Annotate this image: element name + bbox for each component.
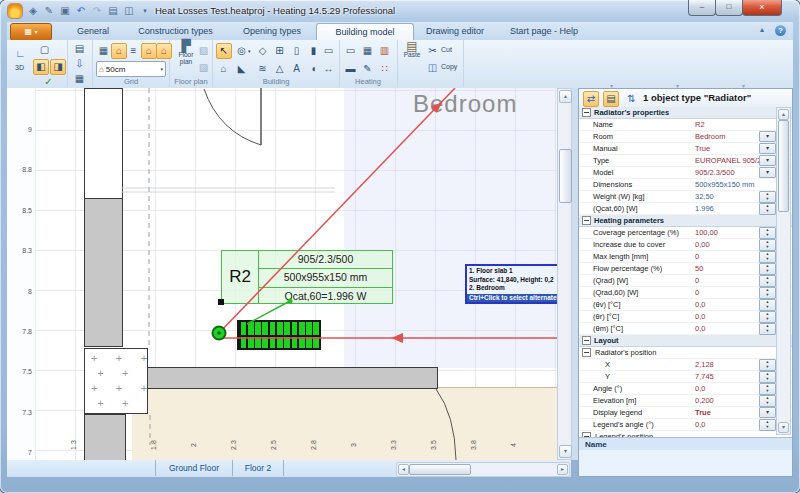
- minimize-button[interactable]: –: [688, 0, 716, 16]
- select-cursor-icon[interactable]: ↖: [216, 43, 232, 59]
- property-value[interactable]: 1.996: [695, 204, 759, 213]
- spinner-control[interactable]: ▴▾: [759, 395, 776, 407]
- property-row[interactable]: Max length [mm]0▴▾: [579, 251, 792, 263]
- scroll-down-icon[interactable]: ▾: [559, 445, 572, 458]
- splitter-chevron-icon[interactable]: ▾: [610, 82, 613, 89]
- view-settings-icon[interactable]: ◈: [26, 4, 40, 18]
- tab-start-page-help[interactable]: Start page - Help: [498, 23, 590, 40]
- spinner-control[interactable]: ▴▾: [759, 419, 776, 431]
- collapse-icon[interactable]: [582, 216, 591, 225]
- spinner-control[interactable]: ▴▾: [759, 323, 776, 335]
- scroll-left-icon[interactable]: ◂: [398, 464, 409, 475]
- floor-copy-icon[interactable]: ▧: [196, 43, 211, 58]
- radiator-object[interactable]: [237, 320, 321, 350]
- quick-access-dropdown-icon[interactable]: ▾: [138, 4, 152, 18]
- toggle-connections-icon[interactable]: ⇄: [583, 91, 599, 107]
- property-value[interactable]: True: [695, 408, 759, 417]
- spinner-control[interactable]: ▴▾: [759, 359, 776, 371]
- tab-building-model[interactable]: Building model: [316, 23, 414, 41]
- cut-button[interactable]: Cut: [441, 46, 452, 53]
- property-value[interactable]: 0,00: [695, 240, 759, 249]
- property-row[interactable]: Increase due to cover0,00▴▾: [579, 239, 792, 251]
- section-header[interactable]: Layout: [579, 335, 792, 347]
- property-value[interactable]: 50: [695, 264, 759, 273]
- property-value[interactable]: 0: [695, 252, 759, 261]
- property-row[interactable]: Coverage percentage (%)100,00▴▾: [579, 227, 792, 239]
- tab-opening-types[interactable]: Opening types: [228, 23, 316, 40]
- dropdown-button[interactable]: ▾: [759, 131, 776, 142]
- property-value[interactable]: EUROPANEL 905/2.3: [695, 156, 759, 165]
- property-row[interactable]: Display legendTrue▾: [579, 407, 792, 419]
- property-row[interactable]: X2,128▴▾: [579, 359, 792, 371]
- spinner-control[interactable]: ▴▾: [759, 239, 776, 251]
- property-value[interactable]: 0,0: [695, 420, 759, 429]
- zoom-tool-icon[interactable]: ◎: [234, 43, 249, 58]
- floor-manage-icon[interactable]: ▨: [196, 60, 211, 75]
- property-value[interactable]: 0,0: [695, 312, 759, 321]
- check-view-icon[interactable]: ✓: [41, 74, 56, 89]
- scroll-up-icon[interactable]: ▴: [559, 90, 572, 103]
- column-tool-icon[interactable]: ▮: [306, 43, 321, 58]
- room-tool-icon[interactable]: ◇: [255, 43, 270, 58]
- property-value[interactable]: True: [695, 144, 759, 153]
- wall-segment[interactable]: [132, 367, 438, 389]
- paste-button[interactable]: ▤ Paste: [399, 42, 425, 79]
- property-value[interactable]: 0,0: [695, 300, 759, 309]
- wall-segment[interactable]: [84, 414, 126, 460]
- property-value[interactable]: R2: [695, 120, 776, 129]
- copy-icon[interactable]: ◫: [425, 60, 440, 75]
- scroll-up-icon[interactable]: ▴: [778, 109, 789, 120]
- layers-front-icon[interactable]: ◧: [33, 59, 49, 75]
- panel-scrollbar[interactable]: ▴ ▾: [776, 107, 791, 435]
- panel-radiator-icon[interactable]: ▥: [377, 43, 392, 58]
- baseboard-tool-icon[interactable]: ▬: [343, 61, 358, 76]
- app-flame-icon[interactable]: [8, 4, 22, 18]
- spinner-control[interactable]: ▴▾: [759, 275, 776, 287]
- maximize-button[interactable]: □: [715, 0, 743, 16]
- scrollbar-thumb[interactable]: [559, 149, 572, 203]
- table-icon[interactable]: ▦: [72, 71, 87, 86]
- property-value[interactable]: 0: [695, 276, 759, 285]
- window-tool-icon[interactable]: ⊞: [272, 43, 287, 58]
- spinner-control[interactable]: ▴▾: [759, 311, 776, 323]
- property-row[interactable]: Dimensions500x955x150 mm: [579, 179, 792, 191]
- legend-anchor-handle[interactable]: [218, 299, 224, 305]
- property-value[interactable]: 0: [695, 288, 759, 297]
- property-value[interactable]: 7,745: [695, 372, 759, 381]
- drawing-canvas[interactable]: + + + + + + + + + + + + + + + + + + + + …: [35, 88, 557, 460]
- spinner-control[interactable]: ▴▾: [759, 191, 776, 203]
- polyline-tool-icon[interactable]: ≋: [255, 61, 270, 76]
- section-header[interactable]: Heating parameters: [579, 215, 792, 227]
- property-row[interactable]: (θr) [°C]0,0▴▾: [579, 311, 792, 323]
- underfloor-heating-icon[interactable]: ∷: [377, 61, 392, 76]
- property-row[interactable]: NameR2: [579, 119, 792, 131]
- floor-tab-2[interactable]: Floor 2: [232, 460, 284, 476]
- cut-icon[interactable]: ✂: [425, 43, 440, 58]
- canvas-vertical-scrollbar[interactable]: ▴ ▾: [557, 88, 572, 460]
- floor-tab-ground[interactable]: Ground Floor: [155, 460, 233, 476]
- dropdown-button[interactable]: ▾: [759, 167, 776, 178]
- property-row[interactable]: TypeEUROPANEL 905/2.3▾: [579, 155, 792, 167]
- grid-off-icon[interactable]: ▦: [96, 43, 111, 58]
- scrollbar-thumb[interactable]: [778, 120, 789, 212]
- section-header[interactable]: Radiator's properties: [579, 107, 792, 119]
- radiator-tool-icon[interactable]: ▦: [360, 43, 375, 58]
- spinner-control[interactable]: ▴▾: [759, 299, 776, 311]
- tab-construction-types[interactable]: Construction types: [123, 23, 228, 40]
- export-icon[interactable]: ▤: [72, 41, 87, 56]
- tools-icon[interactable]: ✎: [42, 4, 56, 18]
- tab-general[interactable]: General: [63, 23, 123, 40]
- comment-tool-icon[interactable]: ◖: [306, 61, 321, 76]
- corner-tool-icon[interactable]: ◣: [234, 61, 249, 76]
- property-value[interactable]: 100,00: [695, 228, 759, 237]
- property-row[interactable]: Model905/2.3/500▾: [579, 167, 792, 179]
- property-row[interactable]: (Qcat,60) [W]1.996▴▾: [579, 203, 792, 215]
- property-row[interactable]: Angle (°)0,0▴▾: [579, 383, 792, 395]
- roof-tool-icon[interactable]: ⌂: [216, 61, 231, 76]
- grid-ruler-icon[interactable]: ≡: [126, 43, 141, 58]
- scrollbar-thumb[interactable]: [409, 464, 471, 475]
- property-row[interactable]: Weight (W) [kg]32,50▴▾: [579, 191, 792, 203]
- sort-az-icon[interactable]: ⇅: [624, 91, 639, 106]
- collapse-icon[interactable]: [582, 108, 591, 117]
- layers-back-icon[interactable]: ◨: [50, 59, 66, 75]
